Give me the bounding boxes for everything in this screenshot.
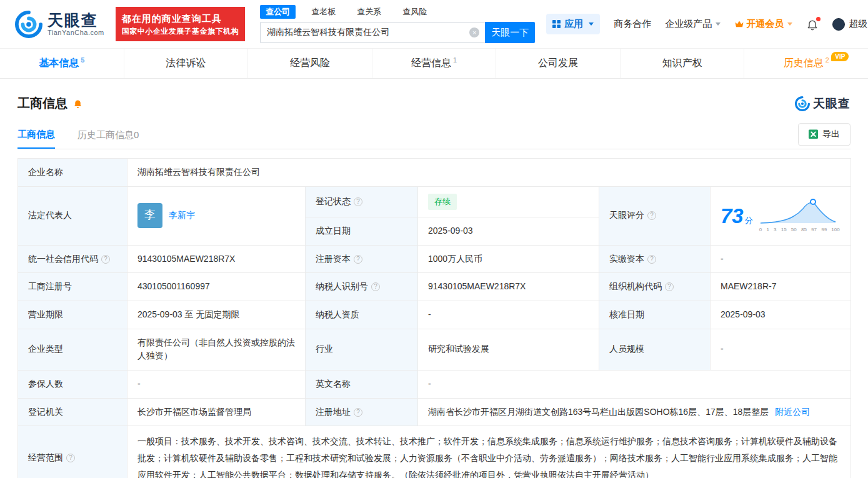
crown-icon — [734, 20, 744, 28]
business-term-label: 营业期限 — [18, 301, 127, 329]
chevron-down-icon — [787, 22, 792, 26]
info-icon[interactable]: ? — [665, 282, 674, 291]
tianyancha-watermark: 天眼查 — [795, 96, 851, 112]
info-icon[interactable]: ? — [354, 408, 362, 417]
reg-number-value: 430105001160997 — [127, 273, 306, 301]
table-row: 工商注册号 430105001160997 纳税人识别号? 91430105MA… — [18, 273, 851, 301]
tab-basic-info[interactable]: 基本信息 5 — [0, 49, 124, 78]
tab-company-development[interactable]: 公司发展 — [496, 49, 620, 78]
tianyan-score-value: 73分 0 1 3 15 50 85 97 99 100 — [711, 186, 851, 245]
subscribe-bell-icon[interactable] — [72, 98, 83, 109]
reg-capital-value: 1000万人民币 — [418, 245, 599, 273]
tab-business-info[interactable]: 经营信息 1 — [372, 49, 496, 78]
promo-line1: 都在用的商业查询工具 — [122, 11, 239, 26]
table-row: 登记机关 长沙市开福区市场监督管理局 注册地址? 湖南省长沙市开福区月湖街道文创… — [18, 398, 851, 426]
legal-rep-name-link[interactable]: 李新宇 — [169, 209, 195, 222]
info-icon[interactable]: ? — [647, 255, 656, 264]
nav-apps[interactable]: 应用 — [546, 14, 600, 34]
promo-banner: 都在用的商业查询工具 国家中小企业发展子基金旗下机构 — [116, 7, 246, 42]
tab-intellectual-property-label: 知识产权 — [662, 57, 702, 70]
info-icon[interactable]: ? — [647, 211, 656, 220]
nav-business-cooperation[interactable]: 商务合作 — [614, 18, 651, 30]
tab-legal-litigation-label: 法律诉讼 — [166, 57, 206, 70]
notification-red-dot — [816, 17, 821, 21]
nav-open-vip[interactable]: 开通会员 — [734, 18, 792, 30]
nearby-companies-link[interactable]: 附近公司 — [775, 407, 810, 417]
export-button[interactable]: 导出 — [798, 123, 851, 146]
business-info-subtabs: 工商信息 历史工商信息0 导出 — [17, 122, 851, 149]
table-row: 统一社会信用代码? 91430105MAEW218R7X 注册资本? 1000万… — [18, 245, 851, 273]
promo-line2: 国家中小企业发展子基金旗下机构 — [122, 26, 239, 37]
nav-enterprise-products-label: 企业级产品 — [665, 18, 712, 30]
info-icon[interactable]: ? — [354, 197, 362, 206]
user-menu[interactable]: 超级... — [832, 18, 868, 31]
reg-number-label: 工商注册号 — [18, 273, 127, 301]
top-header: 天眼查 TianYanCha.com 都在用的商业查询工具 国家中小企业发展子基… — [0, 0, 868, 49]
paid-capital-label: 实缴资本? — [599, 245, 711, 273]
search-tab-company[interactable]: 查公司 — [260, 5, 296, 19]
table-row: 企业类型 有限责任公司（非自然人投资或控股的法人独资） 行业 研究和试验发展 人… — [18, 329, 851, 370]
search-tabs: 查公司 查老板 查关系 查风险 — [260, 5, 535, 19]
section-title: 工商信息 — [17, 95, 67, 112]
establish-date-label: 成立日期 — [306, 217, 418, 245]
excel-icon — [809, 129, 818, 139]
vip-badge: VIP — [831, 52, 849, 61]
table-row: 法定代表人 李 李新宇 登记状态? 存续 天眼评分? 73分 — [18, 186, 851, 217]
legal-rep-avatar[interactable]: 李 — [137, 203, 162, 228]
info-icon[interactable]: ? — [354, 255, 362, 264]
business-term-value: 2025-09-03 至 无固定期限 — [127, 301, 306, 329]
approval-date-value: 2025-09-03 — [711, 301, 851, 329]
search-tab-boss[interactable]: 查老板 — [306, 5, 341, 19]
score-unit: 分 — [745, 216, 753, 224]
logo-brand: 天眼查 — [47, 12, 104, 29]
insured-count-label: 参保人数 — [18, 370, 127, 398]
tab-legal-litigation[interactable]: 法律诉讼 — [124, 49, 248, 78]
subtab-business-info[interactable]: 工商信息 — [17, 122, 55, 149]
clear-search-icon[interactable]: × — [469, 27, 479, 37]
reg-authority-label: 登记机关 — [18, 398, 127, 426]
industry-label: 行业 — [306, 329, 418, 370]
score-distribution-chart: 0 1 3 15 50 85 97 99 100 — [759, 197, 840, 234]
credit-code-value: 91430105MAEW218R7X — [127, 245, 306, 273]
search-input[interactable] — [261, 22, 485, 42]
business-scope-label: 经营范围? — [18, 426, 127, 478]
company-name-value: 湖南拓维云智科技有限责任公司 — [127, 159, 851, 187]
tab-history-info[interactable]: 历史信息 2 VIP — [744, 49, 868, 78]
top-nav: 应用 商务合作 企业级产品 开通会员 — [546, 14, 868, 34]
score-axis-labels: 0 1 3 15 50 85 97 99 100 — [759, 226, 840, 234]
company-name-label: 企业名称 — [18, 159, 127, 187]
staff-size-label: 人员规模 — [599, 329, 711, 370]
nav-open-vip-label: 开通会员 — [746, 18, 784, 30]
tab-operational-risk[interactable]: 经营风险 — [247, 49, 372, 78]
search-button[interactable]: 天眼一下 — [485, 22, 535, 43]
info-icon[interactable]: ? — [66, 454, 75, 462]
legal-rep-label: 法定代表人 — [18, 186, 127, 245]
search-tab-risk[interactable]: 查风险 — [397, 5, 432, 19]
tab-company-development-label: 公司发展 — [538, 57, 578, 70]
reg-status-label: 登记状态? — [306, 186, 418, 217]
english-name-value: - — [418, 370, 851, 398]
search-tab-relation[interactable]: 查关系 — [351, 5, 387, 19]
insured-count-value: - — [127, 370, 306, 398]
user-avatar — [832, 18, 845, 31]
nav-enterprise-products[interactable]: 企业级产品 — [665, 18, 721, 30]
notification-bell-icon[interactable] — [806, 18, 819, 31]
tianyancha-watermark-text: 天眼查 — [813, 96, 851, 112]
chevron-down-icon — [589, 22, 594, 26]
tianyancha-logo[interactable]: 天眼查 TianYanCha.com — [15, 11, 104, 38]
taxpayer-quality-value: - — [418, 301, 599, 329]
paid-capital-value: - — [711, 245, 851, 273]
tianyan-score-label: 天眼评分? — [599, 186, 711, 245]
business-registration-table: 企业名称 湖南拓维云智科技有限责任公司 法定代表人 李 李新宇 登记状态? 存续… — [17, 158, 851, 478]
info-icon[interactable]: ? — [101, 255, 110, 264]
tab-intellectual-property[interactable]: 知识产权 — [620, 49, 744, 78]
credit-code-label: 统一社会信用代码? — [18, 245, 127, 273]
reg-address-label: 注册地址? — [306, 398, 418, 426]
taxpayer-id-label: 纳税人识别号? — [306, 273, 418, 301]
company-section-tabs: 基本信息 5 法律诉讼 经营风险 经营信息 1 公司发展 知识产权 历史信息 2… — [0, 49, 868, 79]
approval-date-label: 核准日期 — [599, 301, 711, 329]
tab-basic-info-label: 基本信息 — [39, 57, 79, 70]
subtab-history-business-info[interactable]: 历史工商信息0 — [77, 122, 139, 149]
establish-date-value: 2025-09-03 — [418, 217, 599, 245]
info-icon[interactable]: ? — [371, 282, 380, 291]
